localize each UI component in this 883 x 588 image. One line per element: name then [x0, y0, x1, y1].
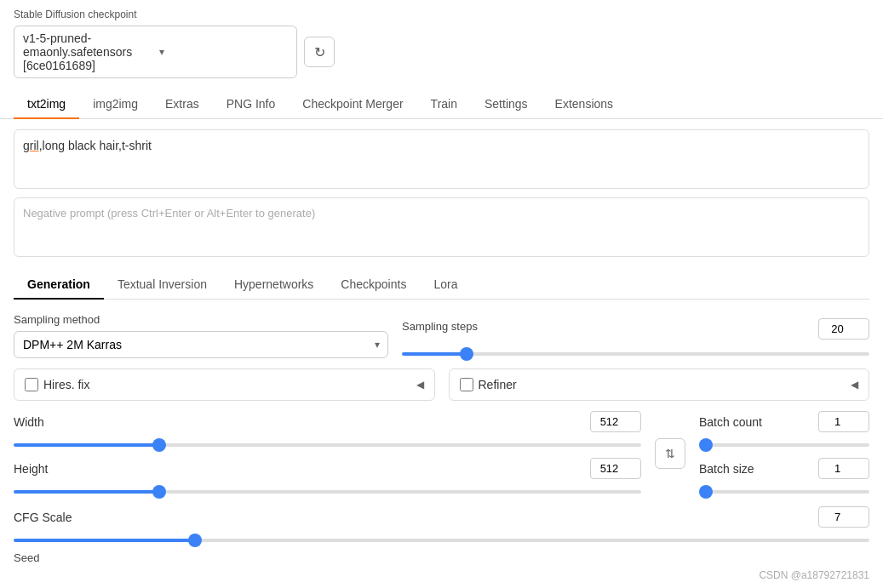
sampling-steps-slider[interactable]: [402, 352, 869, 356]
chevron-down-icon: ▾: [159, 46, 289, 58]
width-slider[interactable]: [14, 443, 641, 447]
main-nav: txt2img img2img Extras PNG Info Checkpoi…: [0, 90, 883, 119]
swap-dimensions-button[interactable]: ⇅: [655, 438, 685, 469]
batch-count-input[interactable]: [818, 411, 869, 432]
batch-size-slider[interactable]: [699, 490, 869, 494]
cfg-scale-label: CFG Scale: [14, 511, 72, 524]
height-label: Height: [14, 462, 48, 476]
hires-fix-checkbox[interactable]: [25, 378, 38, 391]
prompt-rest: ,long black hair,t-shrit: [39, 139, 152, 152]
swap-icon: ⇅: [665, 447, 675, 460]
refiner-label: Refiner: [479, 378, 517, 391]
sampling-method-select[interactable]: DPM++ 2M Karras: [14, 331, 388, 358]
refiner-box: Refiner ◀: [449, 368, 870, 401]
subtab-hypernetworks[interactable]: Hypernetworks: [221, 271, 327, 300]
seed-label: Seed: [14, 551, 39, 564]
checkpoint-value: v1-5-pruned-emaonly.safetensors [6ce0161…: [23, 31, 152, 72]
cfg-scale-input[interactable]: [818, 506, 869, 528]
tab-img2img[interactable]: img2img: [79, 90, 152, 119]
batch-size-input[interactable]: [818, 458, 869, 479]
checkpoint-label: Stable Diffusion checkpoint: [14, 9, 869, 20]
width-label: Width: [14, 415, 44, 429]
tab-train[interactable]: Train: [417, 90, 471, 119]
positive-prompt[interactable]: gril,long black hair,t-shrit: [14, 129, 869, 189]
width-input[interactable]: [590, 411, 641, 432]
hires-fix-label: Hires. fix: [43, 378, 89, 391]
tab-txt2img[interactable]: txt2img: [14, 90, 79, 119]
refresh-icon: ↻: [314, 44, 325, 60]
hires-fix-box: Hires. fix ◀: [14, 368, 435, 401]
cfg-scale-slider[interactable]: [14, 539, 869, 542]
tab-pnginfo[interactable]: PNG Info: [213, 90, 290, 119]
sampling-method-label: Sampling method: [14, 313, 388, 326]
prompt-underline: gril: [23, 139, 39, 152]
subtab-textual-inversion[interactable]: Textual Inversion: [104, 271, 221, 300]
batch-size-label: Batch size: [699, 462, 754, 476]
tab-extensions[interactable]: Extensions: [542, 90, 627, 119]
negative-prompt-placeholder: Negative prompt (press Ctrl+Enter or Alt…: [23, 207, 315, 220]
refiner-collapse-icon[interactable]: ◀: [851, 379, 858, 391]
sub-nav: Generation Textual Inversion Hypernetwor…: [14, 271, 869, 300]
batch-count-slider[interactable]: [699, 443, 869, 447]
height-slider[interactable]: [14, 490, 641, 494]
subtab-generation[interactable]: Generation: [14, 271, 104, 300]
subtab-lora[interactable]: Lora: [420, 271, 471, 300]
height-input[interactable]: [590, 458, 641, 479]
tab-checkpoint-merger[interactable]: Checkpoint Merger: [289, 90, 416, 119]
watermark: CSDN @a18792721831: [759, 569, 869, 581]
prompt-text: gril,long black hair,t-shrit: [23, 139, 152, 152]
checkpoint-dropdown[interactable]: v1-5-pruned-emaonly.safetensors [6ce0161…: [14, 26, 297, 78]
refiner-checkbox[interactable]: [460, 378, 473, 391]
refresh-button[interactable]: ↻: [304, 37, 335, 67]
sampling-steps-input[interactable]: [818, 318, 869, 340]
subtab-checkpoints[interactable]: Checkpoints: [327, 271, 420, 300]
tab-extras[interactable]: Extras: [152, 90, 213, 119]
hires-collapse-icon[interactable]: ◀: [416, 379, 424, 391]
tab-settings[interactable]: Settings: [471, 90, 542, 119]
sampling-steps-label: Sampling steps: [402, 320, 478, 333]
batch-count-label: Batch count: [699, 415, 762, 429]
negative-prompt[interactable]: Negative prompt (press Ctrl+Enter or Alt…: [14, 197, 869, 257]
